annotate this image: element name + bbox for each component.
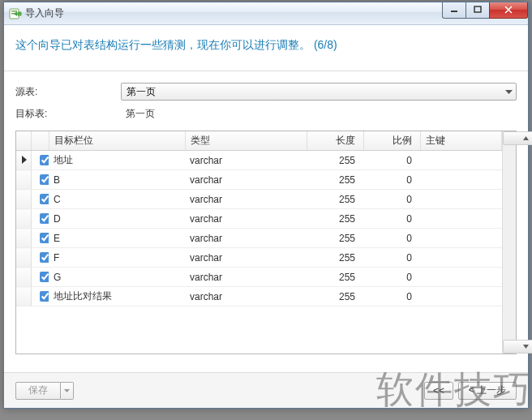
cell-length[interactable]: 255 [307, 248, 363, 268]
titlebar[interactable]: 导入向导 [4, 2, 528, 25]
cell-field[interactable]: E [49, 229, 185, 248]
grid-header-row: 目标栏位 类型 长度 比例 主键 [16, 131, 502, 151]
row-marker [16, 229, 31, 248]
svg-rect-4 [474, 6, 481, 12]
row-marker [16, 268, 31, 287]
source-table-select[interactable]: 第一页 [121, 83, 517, 101]
save-dropdown-button[interactable] [61, 382, 74, 400]
row-marker [16, 190, 31, 209]
grid-header-marker [16, 131, 31, 151]
cell-type[interactable]: varchar [185, 170, 307, 190]
cell-type[interactable]: varchar [185, 268, 307, 287]
minimize-button[interactable] [442, 2, 466, 19]
form-area: 源表: 第一页 目标表: 第一页 [4, 71, 528, 131]
cell-field[interactable]: 地址 [49, 151, 185, 170]
import-wizard-window: 导入向导 这个向导已对表结构运行一些猜测，现在你可以进行调整。 (6/8) 源表… [3, 2, 529, 409]
close-button[interactable] [489, 2, 528, 19]
cell-pk[interactable] [420, 268, 502, 287]
cell-length[interactable]: 255 [307, 268, 363, 287]
table-row[interactable]: 地址比对结果varchar2550 [16, 287, 502, 306]
source-table-label: 源表: [15, 85, 121, 99]
cell-scale[interactable]: 0 [363, 209, 420, 229]
row-include-checkbox[interactable] [31, 248, 49, 268]
cell-length[interactable]: 255 [307, 190, 363, 209]
scroll-up-button[interactable] [503, 131, 532, 145]
scroll-down-button[interactable] [503, 340, 532, 354]
grid-header-type[interactable]: 类型 [185, 131, 307, 151]
import-wizard-icon [9, 7, 22, 20]
cell-pk[interactable] [420, 170, 502, 190]
table-row[interactable]: Evarchar2550 [16, 229, 502, 248]
cell-type[interactable]: varchar [185, 248, 307, 268]
row-marker [16, 248, 31, 268]
window-title: 导入向导 [25, 6, 64, 20]
grid-header-scale[interactable]: 比例 [363, 131, 420, 151]
table-row[interactable]: 地址varchar2550 [16, 151, 502, 170]
row-marker [16, 209, 31, 229]
cell-length[interactable]: 255 [307, 287, 363, 306]
table-row[interactable]: Gvarchar2550 [16, 268, 502, 287]
cell-field[interactable]: B [49, 170, 185, 190]
cell-length[interactable]: 255 [307, 170, 363, 190]
previous-step-button[interactable]: < 上一步 [458, 382, 517, 400]
row-include-checkbox[interactable] [31, 209, 49, 229]
source-table-value: 第一页 [127, 85, 156, 99]
target-table-label: 目标表: [15, 107, 121, 121]
wizard-header: 这个向导已对表结构运行一些猜测，现在你可以进行调整。 (6/8) [4, 25, 528, 71]
cell-scale[interactable]: 0 [363, 190, 420, 209]
row-include-checkbox[interactable] [31, 268, 49, 287]
grid-header-pk[interactable]: 主键 [420, 131, 502, 151]
field-mapping-grid: 目标栏位 类型 长度 比例 主键 地址varchar2550Bvarchar25… [15, 131, 517, 354]
grid-header-length[interactable]: 长度 [307, 131, 363, 151]
row-include-checkbox[interactable] [31, 229, 49, 248]
table-row[interactable]: Cvarchar2550 [16, 190, 502, 209]
cell-type[interactable]: varchar [185, 209, 307, 229]
cell-type[interactable]: varchar [185, 151, 307, 170]
grid-header-check [31, 131, 49, 151]
row-include-checkbox[interactable] [31, 151, 49, 170]
cell-scale[interactable]: 0 [363, 170, 420, 190]
maximize-button[interactable] [466, 2, 490, 19]
cell-type[interactable]: varchar [185, 190, 307, 209]
target-table-value: 第一页 [121, 107, 155, 121]
cell-field[interactable]: G [49, 268, 185, 287]
cell-pk[interactable] [420, 229, 502, 248]
cell-pk[interactable] [420, 151, 502, 170]
table-row[interactable]: Bvarchar2550 [16, 170, 502, 190]
save-button[interactable]: 保存 [15, 382, 61, 400]
wizard-footer: 保存 << < 上一步 [4, 372, 528, 408]
cell-type[interactable]: varchar [185, 287, 307, 306]
table-row[interactable]: Dvarchar2550 [16, 209, 502, 229]
cell-length[interactable]: 255 [307, 209, 363, 229]
cell-type[interactable]: varchar [185, 229, 307, 248]
chevron-down-icon [64, 389, 70, 392]
cell-pk[interactable] [420, 248, 502, 268]
row-include-checkbox[interactable] [31, 170, 49, 190]
cell-pk[interactable] [420, 287, 502, 306]
first-step-button[interactable]: << [424, 382, 453, 400]
row-marker [16, 287, 31, 306]
row-marker [16, 151, 31, 170]
cell-scale[interactable]: 0 [363, 151, 420, 170]
cell-scale[interactable]: 0 [363, 287, 420, 306]
cell-pk[interactable] [420, 190, 502, 209]
cell-field[interactable]: C [49, 190, 185, 209]
wizard-step-message: 这个向导已对表结构运行一些猜测，现在你可以进行调整。 (6/8) [15, 38, 337, 51]
row-include-checkbox[interactable] [31, 190, 49, 209]
cell-scale[interactable]: 0 [363, 229, 420, 248]
cell-scale[interactable]: 0 [363, 268, 420, 287]
table-row[interactable]: Fvarchar2550 [16, 248, 502, 268]
svg-rect-1 [11, 11, 17, 12]
window-controls [443, 2, 528, 19]
cell-field[interactable]: 地址比对结果 [49, 287, 185, 306]
cell-field[interactable]: F [49, 248, 185, 268]
cell-scale[interactable]: 0 [363, 248, 420, 268]
cell-length[interactable]: 255 [307, 229, 363, 248]
cell-field[interactable]: D [49, 209, 185, 229]
row-include-checkbox[interactable] [31, 287, 49, 306]
svg-rect-3 [451, 11, 457, 12]
vertical-scrollbar[interactable] [502, 131, 516, 354]
cell-pk[interactable] [420, 209, 502, 229]
cell-length[interactable]: 255 [307, 151, 363, 170]
grid-header-field[interactable]: 目标栏位 [49, 131, 185, 151]
